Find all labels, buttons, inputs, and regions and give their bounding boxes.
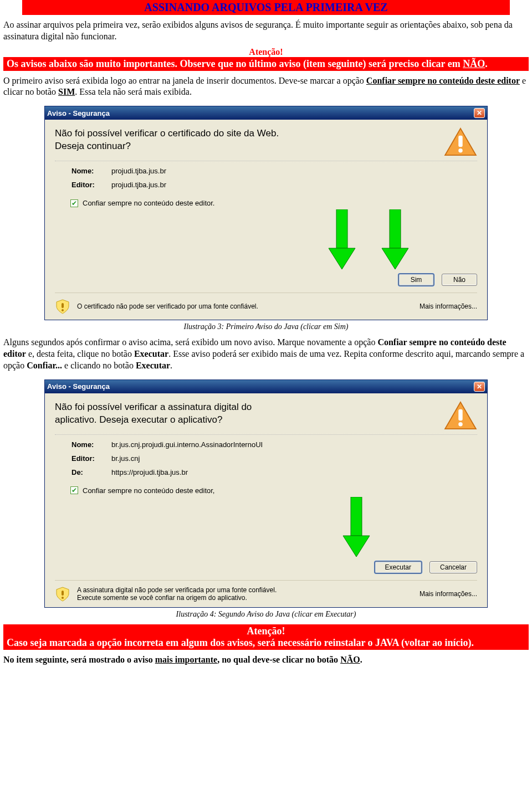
arrow-down-icon [341, 497, 372, 558]
svg-rect-5 [390, 209, 401, 248]
svg-rect-12 [351, 497, 362, 536]
page-title: ASSINANDO ARQUIVOS PELA PRIMEIRA VEZ [144, 1, 387, 13]
dialog2-editor-row: Editor: br.jus.cnj [71, 454, 477, 463]
svg-rect-10 [458, 409, 462, 420]
attention-1-title: Atenção! [0, 47, 532, 57]
dialog2-trust-checkbox-row[interactable]: ✔ Confiar sempre no conteúdo deste edito… [70, 486, 477, 495]
page-title-banner: ASSINANDO ARQUIVOS PELA PRIMEIRA VEZ [22, 0, 510, 15]
dialog1-editor-value: projudi.tjba.jus.br [111, 181, 166, 189]
sim-button[interactable]: Sim [398, 274, 434, 286]
svg-point-11 [458, 422, 462, 426]
arrow-down-icon [326, 209, 357, 270]
svg-rect-7 [62, 303, 64, 308]
warning-icon [444, 401, 477, 430]
attention-2-text: Caso seja marcada a opção incorreta em a… [7, 637, 525, 649]
dialog1-footer-text: O certificado não pode ser verificado po… [77, 302, 258, 310]
svg-marker-6 [382, 248, 408, 269]
dialog2-green-arrow [55, 497, 477, 558]
close-icon[interactable]: ✕ [474, 108, 485, 118]
more-info-link[interactable]: Mais informações... [420, 590, 477, 598]
svg-marker-13 [343, 536, 370, 557]
dialog2-title: Aviso - Segurança [47, 382, 474, 391]
svg-point-8 [62, 309, 64, 311]
attention-1-text-c: . [485, 58, 488, 69]
attention-2-banner: Atenção! Caso seja marcada a opção incor… [3, 624, 529, 650]
shield-icon [55, 299, 70, 314]
attention-1-text-b: NÃO [463, 58, 485, 69]
dialog1-title: Aviso - Segurança [47, 109, 474, 117]
dialog2-titlebar: Aviso - Segurança ✕ [45, 380, 487, 393]
svg-rect-1 [458, 136, 462, 147]
warning-icon [444, 127, 477, 156]
dialog2-de-row: De: https://projudi.tjba.jus.br [71, 468, 477, 476]
svg-point-2 [458, 148, 462, 152]
dialog1-check-label: Confiar sempre no conteúdo deste editor. [83, 199, 214, 207]
caption-2: Ilustração 4: Segundo Aviso do Java (cli… [0, 610, 532, 619]
final-paragraph: No item seguinte, será mostrado o aviso … [3, 654, 529, 666]
checkbox-icon[interactable]: ✔ [70, 199, 78, 207]
dialog2-editor-value: br.jus.cnj [111, 454, 140, 463]
dialog1-titlebar: Aviso - Segurança ✕ [45, 106, 487, 120]
attention-1-banner: Os avisos abaixo são muito importantes. … [3, 57, 529, 71]
checkbox-icon[interactable]: ✔ [70, 486, 78, 494]
dialog2-check-label: Confiar sempre no conteúdo deste editor, [83, 486, 214, 495]
caption-1: Ilustração 3: Primeiro Aviso do Java (cl… [0, 322, 532, 331]
dialog1-trust-checkbox-row[interactable]: ✔ Confiar sempre no conteúdo deste edito… [70, 199, 477, 207]
attention-2-title: Atenção! [7, 625, 525, 637]
svg-rect-3 [336, 209, 347, 248]
more-info-link[interactable]: Mais informações... [420, 302, 477, 310]
paragraph-3: Alguns segundos após confirmar o aviso a… [3, 337, 529, 371]
java-dialog-2: Aviso - Segurança ✕ Não foi possível ver… [44, 379, 488, 608]
dialog2-message: Não foi possível verificar a assinatura … [55, 401, 435, 427]
paragraph-2: O primeiro aviso será exibida logo ao en… [3, 75, 529, 99]
dialog1-message: Não foi possível verificar o certificado… [55, 127, 435, 153]
dialog2-nome-value: br.jus.cnj.projudi.gui.interno.Assinador… [111, 440, 263, 449]
dialog2-de-value: https://projudi.tjba.jus.br [111, 468, 188, 476]
dialog1-editor-row: Editor: projudi.tjba.jus.br [71, 181, 477, 189]
nao-button[interactable]: Não [442, 274, 477, 286]
svg-rect-14 [62, 591, 64, 596]
executar-button[interactable]: Executar [375, 561, 422, 573]
shield-icon [55, 586, 70, 602]
attention-1-text-a: Os avisos abaixo são muito importantes. … [7, 58, 463, 69]
dialog1-nome-value: projudi.tjba.jus.br [111, 167, 166, 175]
svg-marker-4 [329, 248, 355, 269]
dialog2-nome-row: Nome: br.jus.cnj.projudi.gui.interno.Ass… [71, 440, 477, 449]
cancelar-button[interactable]: Cancelar [429, 561, 477, 573]
svg-point-15 [62, 597, 64, 599]
dialog1-nome-row: Nome: projudi.tjba.jus.br [71, 167, 477, 175]
java-dialog-1: Aviso - Segurança ✕ Não foi possível ver… [44, 106, 488, 320]
arrow-down-icon [380, 209, 411, 270]
dialog2-footer-text: A assinatura digital não pode ser verifi… [77, 586, 277, 602]
close-icon[interactable]: ✕ [474, 382, 485, 392]
dialog1-green-arrows [55, 209, 477, 270]
intro-paragraph: Ao assinar arquivos pela primeira vez, s… [3, 19, 529, 43]
